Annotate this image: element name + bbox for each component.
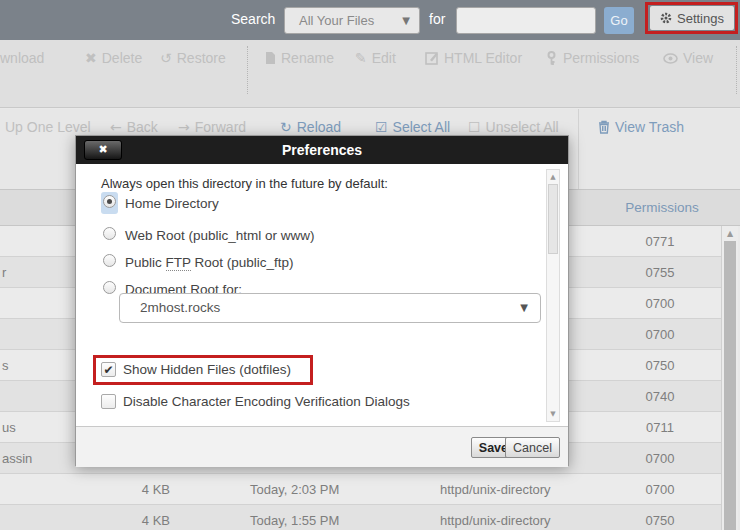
empty-box-icon: ☐ xyxy=(468,119,481,135)
toolbar-separator xyxy=(578,109,579,189)
toolbar-separator xyxy=(247,46,248,94)
checkbox-show-hidden-files[interactable]: ✔ Show Hidden Files (dotfiles) xyxy=(101,362,291,377)
toolbar-item-up-one-level[interactable]: Up One Level xyxy=(5,119,91,135)
toolbar-item-html-editor[interactable]: HTML Editor xyxy=(425,50,522,66)
radio-icon xyxy=(103,227,116,240)
dialog-footer: Save Cancel xyxy=(76,426,568,467)
search-scope-value: All Your Files xyxy=(299,13,374,28)
toolbar-item-back[interactable]: ← Back xyxy=(110,119,158,135)
scroll-up-icon[interactable]: ▲ xyxy=(722,229,738,238)
arrow-left-icon: ← xyxy=(110,119,122,135)
toolbar-item-download[interactable]: wnload xyxy=(0,50,44,66)
file-icon xyxy=(265,51,276,65)
top-search-bar: Search All Your Files ▼ for Go Settings xyxy=(0,0,740,40)
table-row[interactable]: 4 KB Today, 1:55 PM httpd/unix-directory… xyxy=(0,505,721,530)
toolbar-item-delete[interactable]: ✖ Delete xyxy=(85,50,142,66)
toolbar-item-edit[interactable]: ✎ Edit xyxy=(355,50,396,66)
settings-label: Settings xyxy=(677,11,724,26)
radio-home-directory[interactable]: Home Directory xyxy=(101,192,219,214)
search-label: Search xyxy=(231,11,275,27)
default-directory-intro: Always open this directory in the future… xyxy=(101,176,388,191)
unchecked-checkbox-icon xyxy=(101,394,116,409)
radio-web-root[interactable]: Web Root (public_html or www) xyxy=(101,224,315,246)
settings-button[interactable]: Settings xyxy=(650,6,734,30)
restore-arrow-icon: ↺ xyxy=(160,50,172,66)
radio-selected-icon xyxy=(103,195,116,208)
html-editor-icon xyxy=(425,51,439,65)
reload-icon: ↻ xyxy=(280,119,292,135)
scrollbar-thumb[interactable] xyxy=(548,184,558,254)
toolbar-item-view[interactable]: View xyxy=(663,50,713,66)
go-button[interactable]: Go xyxy=(604,7,634,34)
column-header-permissions[interactable]: Permissions xyxy=(620,200,704,215)
search-input[interactable] xyxy=(456,7,596,34)
toolbar-item-unselect-all[interactable]: ☐ Unselect All xyxy=(468,119,559,135)
radio-icon xyxy=(103,254,116,267)
toolbar-item-forward[interactable]: → Forward xyxy=(178,119,246,135)
close-icon: ✖ xyxy=(98,143,107,156)
scroll-up-icon[interactable]: ▲ xyxy=(547,173,559,181)
dialog-scrollbar[interactable]: ▲ ▼ xyxy=(546,169,560,422)
toolbar-item-permissions[interactable]: Permissions xyxy=(545,50,639,66)
checkbox-disable-encoding-dialogs[interactable]: Disable Character Encoding Verification … xyxy=(101,394,410,409)
file-actions-toolbar: wnload ✖ Delete ↺ Restore Rename ✎ Edit … xyxy=(0,40,740,108)
key-icon xyxy=(545,51,558,65)
table-row[interactable]: 4 KB Today, 2:03 PM httpd/unix-directory… xyxy=(0,474,721,505)
gear-icon xyxy=(660,12,672,24)
checked-checkbox-icon: ✔ xyxy=(101,362,116,377)
cancel-button[interactable]: Cancel xyxy=(505,437,560,458)
dialog-title: Preferences xyxy=(76,136,568,164)
radio-icon xyxy=(103,281,116,294)
trash-icon xyxy=(598,120,610,134)
preferences-dialog: Preferences ✖ Always open this directory… xyxy=(75,135,569,466)
toolbar-item-reload[interactable]: ↻ Reload xyxy=(280,119,341,135)
radio-public-ftp-root[interactable]: Public FTP Root (public_ftp) xyxy=(101,251,294,273)
scroll-down-icon[interactable]: ▼ xyxy=(547,410,559,418)
search-scope-dropdown[interactable]: All Your Files ▼ xyxy=(284,7,420,34)
arrow-right-icon: → xyxy=(178,119,190,135)
checked-box-icon: ☑ xyxy=(375,119,388,135)
toolbar-item-restore[interactable]: ↺ Restore xyxy=(160,50,226,66)
pencil-icon: ✎ xyxy=(355,50,367,66)
for-label: for xyxy=(429,11,445,27)
toolbar-item-select-all[interactable]: ☑ Select All xyxy=(375,119,450,135)
toolbar-item-view-trash[interactable]: View Trash xyxy=(598,119,684,135)
close-button[interactable]: ✖ xyxy=(84,140,122,160)
eye-icon xyxy=(663,53,678,64)
dialog-header: Preferences ✖ xyxy=(76,136,568,164)
document-root-dropdown[interactable]: 2mhost.rocks ▼ xyxy=(119,293,541,323)
chevron-down-icon: ▼ xyxy=(402,15,410,26)
scrollbar-thumb[interactable] xyxy=(724,241,736,530)
toolbar-separator xyxy=(736,46,737,94)
document-root-value: 2mhost.rocks xyxy=(140,300,220,315)
delete-x-icon: ✖ xyxy=(85,50,97,66)
table-scrollbar[interactable]: ▲ xyxy=(721,226,738,530)
chevron-down-icon: ▼ xyxy=(520,302,528,313)
toolbar-item-rename[interactable]: Rename xyxy=(265,50,334,66)
